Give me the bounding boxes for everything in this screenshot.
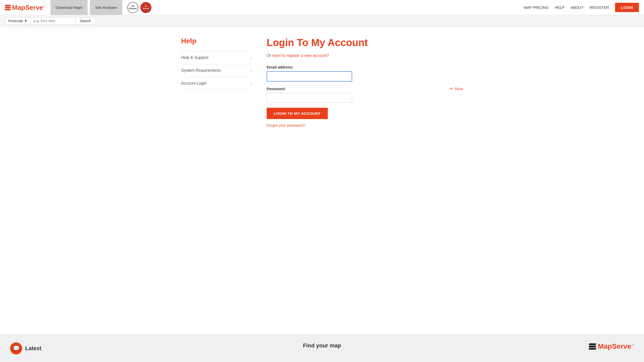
email-form-group: Email address: bbox=[267, 65, 463, 82]
site-logo[interactable]: MapServe™ bbox=[5, 4, 46, 11]
footer-logo-section: MapServe™ bbox=[426, 342, 634, 350]
sidebar-item-system-requirements-label: System Requirements bbox=[181, 68, 221, 73]
footer-find-map-section: Find your map bbox=[218, 342, 426, 349]
postcode-label: Postcode bbox=[8, 19, 23, 23]
sidebar-item-help-support[interactable]: Help & Support › bbox=[181, 51, 252, 64]
email-label: Email address: bbox=[267, 65, 463, 69]
eye-icon: 👁 bbox=[450, 87, 453, 91]
search-input[interactable] bbox=[30, 17, 76, 25]
submit-section: LOGIN TO MY ACCOUNT bbox=[267, 108, 463, 123]
footer-latest-section: 💬 Latest bbox=[10, 342, 218, 354]
search-button[interactable]: Search bbox=[76, 17, 95, 25]
footer-find-map-label: Find your map bbox=[303, 342, 341, 349]
main-content: Help Help & Support › System Requirement… bbox=[171, 27, 473, 335]
sidebar-item-account-login-label: Account Login bbox=[181, 81, 207, 86]
forgot-password-link[interactable]: Forgot your password? bbox=[267, 123, 305, 127]
login-submit-button[interactable]: LOGIN TO MY ACCOUNT bbox=[267, 108, 328, 119]
award-badge: ★Award bbox=[140, 2, 151, 13]
footer-logo-icon bbox=[589, 343, 596, 350]
main-nav: MAP PRICING HELP ABOUT REGISTER LOGIN bbox=[524, 3, 639, 12]
login-title: Login To My Account bbox=[267, 37, 463, 48]
sidebar-item-account-login[interactable]: Account Login › bbox=[181, 77, 252, 90]
chat-icon: 💬 bbox=[13, 345, 20, 352]
password-form-group: Password: 👁 Show bbox=[267, 87, 463, 103]
nav-help[interactable]: HELP bbox=[555, 5, 565, 10]
password-label-row: Password: 👁 Show bbox=[267, 87, 463, 91]
chevron-right-icon: › bbox=[250, 68, 252, 73]
partner-badges: OSPartner ★Award bbox=[127, 2, 151, 13]
postcode-dropdown[interactable]: Postcode ▼ bbox=[5, 17, 30, 25]
nav-register[interactable]: REGISTER bbox=[590, 5, 609, 10]
chat-bubble-button[interactable]: 💬 bbox=[10, 342, 22, 354]
show-password-link[interactable]: 👁 Show bbox=[450, 87, 463, 91]
sidebar-item-help-support-label: Help & Support bbox=[181, 55, 209, 60]
register-prompt: Or want to register a new account? bbox=[267, 53, 463, 58]
download-maps-button[interactable]: Download Maps bbox=[51, 0, 88, 15]
header-login-button[interactable]: LOGIN bbox=[615, 3, 639, 12]
sidebar: Help Help & Support › System Requirement… bbox=[181, 37, 252, 319]
chevron-right-icon: › bbox=[250, 81, 252, 85]
register-link[interactable]: want to register a new account? bbox=[272, 53, 329, 58]
footer-logo-text: MapServe™ bbox=[598, 342, 634, 350]
sidebar-item-system-requirements[interactable]: System Requirements › bbox=[181, 64, 252, 77]
password-input[interactable] bbox=[267, 93, 352, 103]
forgot-section: Forgot your password? bbox=[267, 123, 463, 128]
site-analyser-button[interactable]: Site Analyser bbox=[90, 0, 122, 15]
logo-icon bbox=[5, 5, 11, 10]
search-bar: Postcode ▼ Search bbox=[0, 15, 644, 27]
nav-about[interactable]: ABOUT bbox=[571, 5, 584, 10]
password-label: Password: bbox=[267, 87, 286, 91]
email-input[interactable] bbox=[267, 71, 352, 82]
logo-text: MapServe™ bbox=[12, 4, 46, 11]
footer: 💬 Latest Find your map MapServe™ bbox=[0, 335, 644, 362]
footer-latest-label: Latest bbox=[25, 345, 42, 352]
login-area: Login To My Account Or want to register … bbox=[267, 37, 463, 319]
os-partner-badge: OSPartner bbox=[127, 2, 138, 13]
chevron-right-icon: › bbox=[250, 56, 252, 60]
nav-map-pricing[interactable]: MAP PRICING bbox=[524, 5, 549, 10]
dropdown-chevron-icon: ▼ bbox=[24, 19, 27, 23]
footer-logo: MapServe™ bbox=[589, 342, 634, 350]
sidebar-title: Help bbox=[181, 37, 252, 45]
